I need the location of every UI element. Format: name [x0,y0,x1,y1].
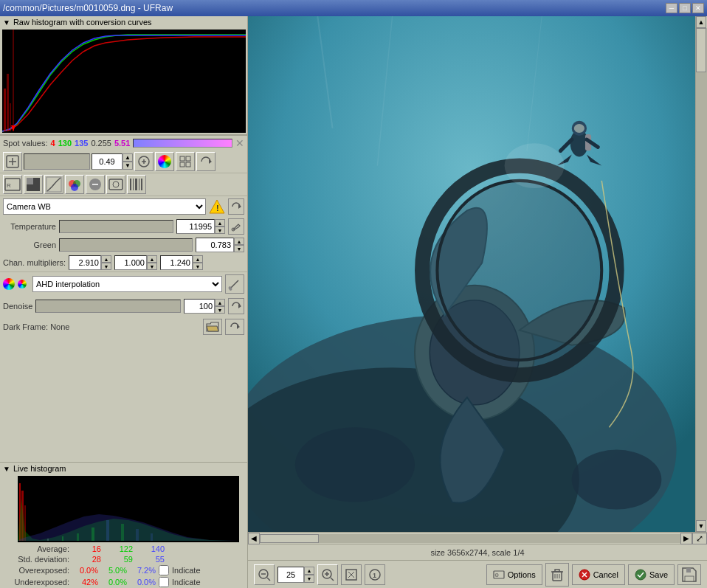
dark-frame-row: Dark Frame: None [0,317,247,337]
live-histogram-title: Live histogram [13,464,66,473]
panel-middle-spacer [0,337,247,462]
close-button[interactable]: ✕ [692,3,704,13]
underexposed-indicate-checkbox[interactable] [159,577,169,587]
chan-r-spinbox: 2.910 ▲ ▼ [69,255,111,270]
zoom-in-icon [321,568,334,581]
h-scroll-thumb[interactable] [260,534,319,543]
options-label: Options [508,570,536,579]
options-button[interactable]: ⚙ Options [486,564,542,585]
green-up[interactable]: ▲ [234,238,244,245]
average-b: 140 [139,544,165,553]
temperature-slider[interactable] [59,220,173,233]
svg-point-62 [572,450,662,510]
chan-r-value[interactable]: 2.910 [69,255,101,270]
save-as-button[interactable] [677,564,701,585]
denoise-down[interactable]: ▼ [215,306,225,314]
zoom-out-button[interactable] [254,564,275,585]
scroll-thumb[interactable] [696,28,706,72]
scroll-right-button[interactable]: ▶ [680,533,692,544]
average-r: 16 [75,544,101,553]
wb-reset-icon [231,201,241,212]
spot-close-button[interactable]: ✕ [235,137,244,149]
green-down[interactable]: ▼ [234,245,244,252]
svg-rect-83 [685,576,694,581]
save-label: Save [649,570,668,579]
svg-rect-84 [686,568,691,573]
zoom-fit-button[interactable] [341,564,362,585]
svg-rect-27 [133,179,134,190]
curve-icon [46,176,62,193]
grid-button[interactable] [176,152,195,171]
chan-r-up[interactable]: ▲ [101,255,111,263]
scroll-left-button[interactable]: ◀ [248,533,260,544]
overexposed-indicate-checkbox[interactable] [159,565,169,575]
expand-button[interactable]: ⤢ [692,533,707,544]
barcode-button[interactable] [127,175,146,194]
underexposed-indicate-button[interactable]: Indicate [172,578,201,587]
svg-point-25 [113,181,119,187]
color-icon-button[interactable] [155,152,174,171]
save-button[interactable]: Save [628,564,675,585]
live-histogram-collapse-icon[interactable]: ▼ [3,465,10,473]
zoom-one-to-one-button[interactable]: 1 [365,564,385,585]
histogram-collapse-icon[interactable]: ▼ [3,18,10,27]
zoom-value[interactable]: 25 [277,567,304,583]
interpolation-select[interactable]: AHD interpolation Bilinear PPG VNG [32,276,222,292]
chan-g-down[interactable]: ▼ [147,263,157,270]
dark-frame-open-button[interactable] [203,319,222,335]
raw-icon-button[interactable]: R [3,175,22,194]
exposure-alt-button[interactable] [24,175,43,194]
auto-exposure-button[interactable] [134,152,154,171]
overexposed-indicate-button[interactable]: Indicate [172,566,201,575]
denoise-reset-button[interactable] [228,298,244,314]
cancel-button[interactable]: Cancel [572,564,625,585]
green-slider[interactable] [59,238,193,252]
refresh-button[interactable] [196,152,215,171]
interpolation-action-button[interactable] [225,274,244,294]
curve-button[interactable] [44,175,63,194]
chan-r-down[interactable]: ▼ [101,263,111,270]
chan-b-down[interactable]: ▼ [193,263,203,270]
dark-frame-reset-icon [230,322,240,332]
denoise-slider[interactable] [35,300,181,313]
denoise-up[interactable]: ▲ [215,299,225,306]
saturation-button[interactable] [65,175,84,194]
exposure-slider-input[interactable] [24,153,90,170]
zoom-in-button[interactable] [317,564,338,585]
underexposed-row: Underexposed: 42% 0.0% 0.0% Indicate [0,576,247,588]
wb-select[interactable]: Camera WB Auto WB Manual WB [3,198,206,215]
exposure-spin-down[interactable]: ▼ [123,162,133,170]
chan-b-value[interactable]: 1.240 [160,255,193,270]
chan-g-value[interactable]: 1.000 [114,255,147,270]
scroll-down-button[interactable]: ▼ [696,520,706,532]
vertical-scrollbar[interactable]: ▲ ▼ [695,16,707,532]
zoom-up[interactable]: ▲ [304,567,314,575]
lens-button[interactable] [106,175,125,194]
delete-button[interactable] [545,563,569,587]
minimize-button[interactable]: ─ [666,3,677,13]
image-area[interactable] [248,16,695,532]
exposure-icon-button[interactable] [3,152,22,171]
chan-g-up[interactable]: ▲ [147,255,157,263]
dark-frame-reset-button[interactable] [225,319,244,335]
denoise-value[interactable]: 100 [184,299,215,314]
underexposed-r: 42% [72,578,98,587]
wb-reset-button[interactable] [228,198,244,215]
maximize-button[interactable]: □ [679,3,691,13]
exposure-spin-up[interactable]: ▲ [123,153,133,162]
green-value[interactable]: 0.783 [196,238,234,252]
temperature-down[interactable]: ▼ [215,226,225,234]
temperature-up[interactable]: ▲ [215,219,225,226]
saturation-icon [66,176,83,193]
chan-b-up[interactable]: ▲ [193,255,203,263]
denoise-row: Denoise 100 ▲ ▼ [0,296,247,317]
eyedrop-button[interactable] [228,218,244,235]
noise-button[interactable] [86,175,105,194]
exposure-value-input[interactable]: 0.49 [92,153,123,170]
chan-label: Chan. multipliers: [3,258,66,267]
zoom-down[interactable]: ▼ [304,575,314,583]
temperature-row: Temperature 11995 ▲ ▼ [0,217,247,236]
temperature-value[interactable]: 11995 [176,219,215,234]
eyedrop-icon [231,221,241,232]
scroll-up-button[interactable]: ▲ [696,16,706,28]
